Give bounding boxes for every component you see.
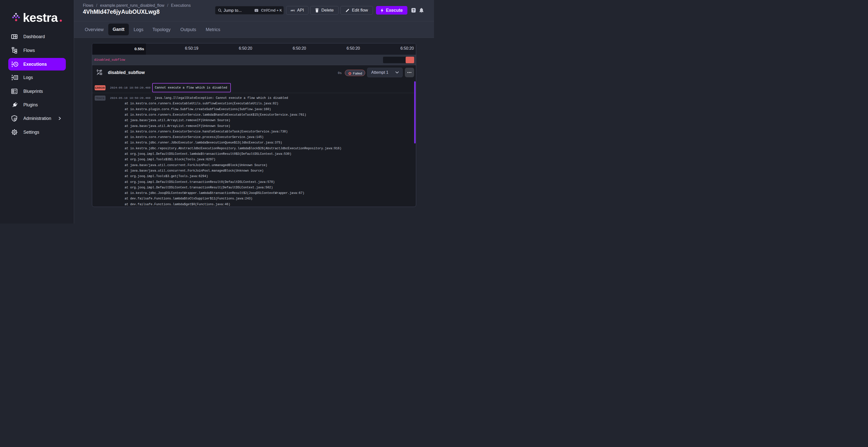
svg-text:API: API — [290, 9, 295, 12]
svg-text:kestra: kestra — [23, 11, 58, 23]
